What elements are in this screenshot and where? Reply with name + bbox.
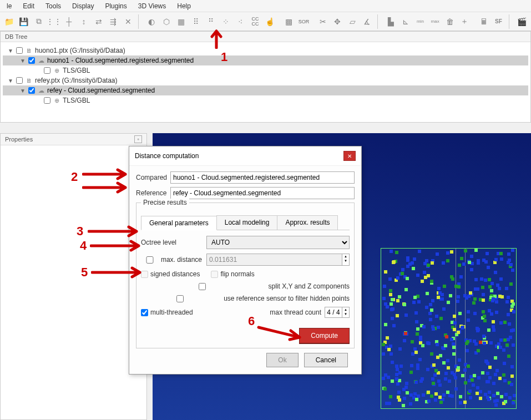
- menu-plugins[interactable]: Plugins: [99, 1, 132, 12]
- spinner-up-icon[interactable]: ▲: [342, 307, 349, 312]
- cross-icon[interactable]: ✥: [331, 14, 345, 29]
- spinner-down-icon[interactable]: ▼: [342, 259, 349, 263]
- multithread-checkbox[interactable]: [141, 309, 148, 316]
- signed-checkbox: [141, 271, 148, 278]
- file-icon: 🗎: [25, 47, 33, 54]
- reference-label: Reference: [136, 189, 170, 197]
- cut-icon[interactable]: ✂: [316, 14, 330, 29]
- calc-icon[interactable]: 🖩: [477, 14, 490, 29]
- c2c-icon[interactable]: ⁘: [219, 14, 232, 29]
- tree-node[interactable]: ▼ ⊕ TLS/GBL: [3, 95, 528, 105]
- tree-checkbox[interactable]: [28, 57, 35, 64]
- trash-icon[interactable]: 🗑: [443, 14, 457, 29]
- expand-icon[interactable]: ▼: [7, 48, 14, 54]
- box-icon[interactable]: ▱: [346, 14, 360, 29]
- menu-file[interactable]: le: [1, 1, 17, 12]
- minimize-icon[interactable]: ▫: [134, 135, 142, 143]
- align-icon[interactable]: ⇄: [92, 14, 105, 29]
- spinner-up-icon[interactable]: ▲: [342, 254, 349, 259]
- menu-3dviews[interactable]: 3D Views: [133, 1, 171, 12]
- list-icon[interactable]: ⋮⋮: [47, 14, 61, 29]
- refsensor-label: use reference sensor to filter hidden po…: [224, 295, 350, 302]
- split-label: split X,Y and Z components: [268, 282, 350, 290]
- cloud-icon: ☁: [37, 57, 45, 64]
- maxthread-field[interactable]: [325, 307, 342, 317]
- db-tree-panel: DB Tree ▼ 🗎 huono1.ptx (G:/Inssityö/Data…: [0, 31, 531, 123]
- compared-label: Compared: [136, 174, 170, 181]
- cloud-icon: ☁: [37, 87, 45, 94]
- tree-checkbox[interactable]: [44, 67, 50, 74]
- max-icon[interactable]: max: [428, 14, 442, 29]
- tab-approx-results[interactable]: Approx. results: [277, 215, 338, 230]
- maxthread-label: max thread count: [270, 308, 321, 316]
- poly-icon[interactable]: ▦: [174, 14, 188, 29]
- tab-general[interactable]: General parameters: [141, 216, 217, 230]
- tabs: General parameters Local modeling Approx…: [141, 215, 350, 230]
- multithread-label: multi-threaded: [150, 308, 193, 316]
- tab-local-modeling[interactable]: Local modeling: [216, 215, 278, 230]
- sample-icon[interactable]: ┼: [62, 14, 76, 29]
- menu-display[interactable]: Display: [67, 1, 99, 12]
- expand-icon[interactable]: ▼: [19, 88, 26, 94]
- maxdist-field: [206, 254, 342, 266]
- distance-computation-dialog: Distance computation ✕ Compared Referenc…: [129, 146, 362, 375]
- refsensor-checkbox[interactable]: [141, 295, 219, 302]
- delete-icon[interactable]: ✕: [122, 14, 135, 29]
- save-icon[interactable]: 💾: [17, 14, 31, 29]
- label-icon[interactable]: ☝: [263, 14, 277, 29]
- merge-icon[interactable]: ⧉: [32, 14, 45, 29]
- c2m-icon[interactable]: ⁖: [234, 14, 247, 29]
- tree-node[interactable]: ▼ ⊕ TLS/GBL: [3, 65, 528, 75]
- plus-icon[interactable]: ＋: [458, 14, 472, 29]
- octree-select[interactable]: AUTO: [206, 236, 350, 249]
- ok-button[interactable]: Ok: [266, 353, 298, 367]
- tree-node[interactable]: ▼ 🗎 refey.ptx (G:/Inssityö/Dataa): [3, 75, 528, 85]
- grid-icon: ⊕: [53, 67, 60, 74]
- folder-icon[interactable]: 📁: [2, 14, 16, 29]
- menu-help[interactable]: Help: [171, 1, 196, 12]
- translate-icon[interactable]: ↕: [77, 14, 91, 29]
- close-icon[interactable]: ✕: [343, 151, 356, 161]
- mesh-icon[interactable]: ⬡: [160, 14, 174, 29]
- tree-label: huono1.ptx (G:/Inssityö/Dataa): [35, 47, 125, 54]
- sample2-icon[interactable]: ⠛: [204, 14, 218, 29]
- tree-checkbox[interactable]: [28, 87, 35, 94]
- tree-node[interactable]: ▼ 🗎 huono1.ptx (G:/Inssityö/Dataa): [3, 45, 528, 55]
- menu-bar: le Edit Tools Display Plugins 3D Views H…: [0, 0, 531, 12]
- groupbox-title: Precise results: [141, 199, 189, 206]
- pointcloud-bbox: [381, 248, 517, 409]
- reference-field[interactable]: [170, 187, 355, 199]
- cc-icon[interactable]: CCCC: [249, 14, 262, 29]
- compute-button[interactable]: Compute: [299, 328, 350, 343]
- compared-field[interactable]: [170, 171, 355, 184]
- split-checkbox[interactable]: [141, 283, 264, 290]
- cancel-button[interactable]: Cancel: [304, 353, 348, 367]
- menu-edit[interactable]: Edit: [17, 1, 40, 12]
- color-icon[interactable]: ◐: [145, 14, 159, 29]
- tree-checkbox[interactable]: [16, 77, 23, 84]
- expand-icon[interactable]: ▼: [19, 58, 26, 64]
- tree-label: huono1 - Cloud.segmented.registered.segm…: [47, 57, 194, 64]
- histo-icon[interactable]: ▙: [384, 14, 398, 29]
- register-icon[interactable]: ⇶: [107, 14, 120, 29]
- sf-icon[interactable]: SF: [492, 14, 505, 29]
- checker-icon[interactable]: ▩: [282, 14, 296, 29]
- dots-icon[interactable]: ⠿: [189, 14, 203, 29]
- tree-node[interactable]: ▼ ☁ refey - Cloud.segmented.segmented: [3, 85, 528, 95]
- sor-icon[interactable]: SOR: [297, 14, 311, 29]
- subsample-icon[interactable]: ∡: [360, 14, 374, 29]
- precise-results-group: Precise results General parameters Local…: [136, 203, 355, 348]
- expand-icon[interactable]: ▼: [7, 78, 14, 84]
- tree-checkbox[interactable]: [44, 97, 50, 104]
- menu-tools[interactable]: Tools: [40, 1, 67, 12]
- min-icon[interactable]: min: [413, 14, 427, 29]
- stat-icon[interactable]: ⊾: [399, 14, 413, 29]
- toolbar: 📁 💾 ⧉ ⋮⋮ ┼ ↕ ⇄ ⇶ ✕ ◐ ⬡ ▦ ⠿ ⠛ ⁘ ⁖ CCCC ☝ …: [0, 12, 531, 31]
- signed-label: signed distances: [150, 270, 200, 278]
- spinner-down-icon[interactable]: ▼: [342, 312, 349, 316]
- cam-icon[interactable]: 🎬: [515, 14, 529, 29]
- tree-node[interactable]: ▼ ☁ huono1 - Cloud.segmented.registered.…: [3, 55, 528, 65]
- maxdist-checkbox[interactable]: [141, 256, 159, 264]
- tree-checkbox[interactable]: [16, 47, 23, 54]
- dialog-titlebar[interactable]: Distance computation ✕: [129, 146, 361, 166]
